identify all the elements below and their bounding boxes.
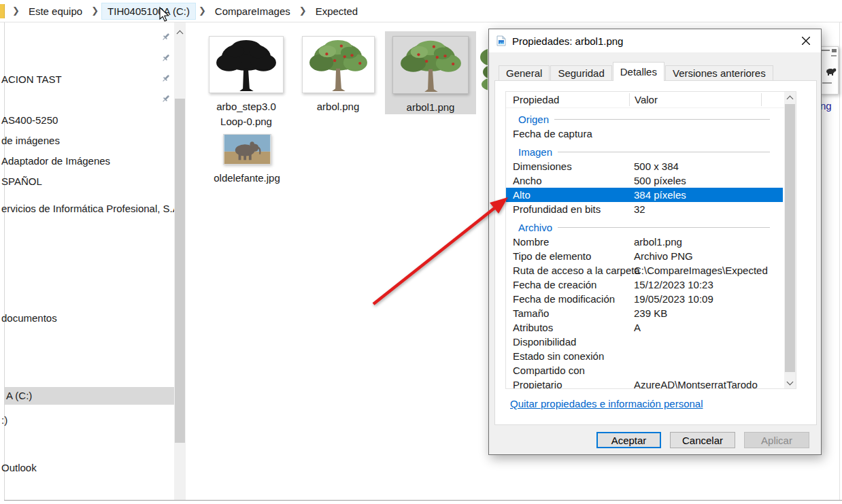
detail-value: 239 KB — [634, 307, 667, 319]
cancelar-button[interactable]: Cancelar — [670, 432, 735, 448]
sidebar-item[interactable]: AS400-5250 — [1, 112, 58, 129]
pin-icon[interactable] — [161, 31, 171, 42]
sidebar-item[interactable]: :) — [1, 412, 7, 429]
file-oldelefante[interactable]: oldelefante.jpg — [213, 134, 281, 186]
pin-icon[interactable] — [161, 93, 171, 104]
detail-row[interactable]: Fecha de modificación19/05/2023 10:09 — [506, 292, 796, 306]
window-right-border — [839, 22, 840, 500]
sidebar-scrollbar[interactable] — [174, 22, 186, 500]
detail-label: Estado sin conexión — [513, 350, 634, 362]
tab-seguridad[interactable]: Seguridad — [550, 65, 611, 81]
detail-row[interactable]: Compartido con — [506, 363, 796, 377]
detail-label: Atributos — [513, 322, 634, 333]
column-header-property[interactable]: Propiedad — [506, 94, 629, 105]
tree-thumbnail — [302, 36, 375, 93]
close-icon[interactable] — [790, 29, 821, 52]
detail-row[interactable]: Tipo de elementoArchivo PNG — [506, 249, 796, 263]
breadcrumb-item-compareimages[interactable]: CompareImages — [209, 3, 297, 20]
breadcrumb-item-expected[interactable]: Expected — [309, 3, 365, 20]
details-list[interactable]: Propiedad Valor Origen Fecha de captura … — [505, 91, 796, 389]
sidebar-item[interactable]: Adaptador de Imágenes — [1, 153, 110, 169]
detail-row[interactable]: PropietarioAzureAD\MontserratTarodo — [506, 377, 796, 389]
image-file-icon — [496, 35, 507, 46]
detail-value: 500 x 384 — [634, 161, 679, 172]
chevron-right-icon: ❯ — [88, 5, 101, 16]
detail-row[interactable]: Fecha de captura — [506, 127, 796, 141]
detail-group-imagen: Imagen — [506, 141, 796, 159]
tab-strip: General Seguridad Detalles Versiones ant… — [499, 62, 774, 81]
detail-value: 19/05/2023 10:09 — [634, 293, 713, 305]
sidebar-item[interactable]: ervicios de Informática Profesional, S.A — [1, 201, 180, 217]
pin-icon[interactable] — [161, 73, 171, 84]
sidebar-item[interactable]: documentos — [1, 310, 57, 326]
detail-row[interactable]: Profundidad en bits32 — [506, 202, 796, 216]
detail-label: Alto — [513, 189, 634, 201]
details-tab-page: Propiedad Valor Origen Fecha de captura … — [494, 80, 817, 425]
detail-row-selected[interactable]: Alto384 píxeles — [506, 188, 783, 202]
detail-label: Fecha de creación — [513, 279, 634, 290]
detail-label: Propietario — [513, 379, 634, 389]
scrollbar-thumb[interactable] — [175, 99, 185, 443]
tab-detalles[interactable]: Detalles — [613, 62, 664, 81]
detail-value: Archivo PNG — [634, 250, 693, 262]
dialog-buttons: Aceptar Cancelar Aplicar — [596, 432, 809, 448]
sidebar-item[interactable]: ACION TAST — [1, 71, 62, 88]
detail-row[interactable]: Disponibilidad — [506, 335, 796, 349]
file-arbo-step3[interactable]: arbo_step3.0 Loop-0.png — [205, 36, 287, 129]
file-label: oldelefante.jpg — [213, 171, 281, 186]
scroll-up-icon[interactable] — [174, 27, 186, 38]
tab-general[interactable]: General — [499, 65, 550, 81]
remove-properties-link[interactable]: Quitar propiedades e información persona… — [510, 398, 703, 409]
column-divider[interactable] — [629, 93, 630, 106]
breadcrumb-item-drive-c[interactable]: TIH0405100A (C:) — [101, 3, 196, 20]
tab-versiones-anteriores[interactable]: Versiones anteriores — [665, 65, 773, 81]
detail-row[interactable]: Tamaño239 KB — [506, 306, 796, 320]
detail-row[interactable]: Ancho500 píxeles — [506, 173, 796, 188]
folder-icon — [0, 4, 5, 18]
detail-row[interactable]: Dimensiones500 x 384 — [506, 159, 796, 173]
file-label: arbo_step3.0 Loop-0.png — [205, 99, 287, 129]
sidebar-item-selected[interactable]: A (C:) — [5, 387, 174, 405]
details-scrollbar[interactable] — [784, 92, 796, 388]
detail-label: Fecha de modificación — [513, 293, 634, 305]
file-arbol1-selected[interactable]: arbol1.png — [385, 31, 476, 114]
scroll-up-icon[interactable] — [784, 92, 796, 103]
aceptar-button[interactable]: Aceptar — [596, 432, 661, 448]
detail-label: Dimensiones — [513, 161, 634, 172]
file-arbol[interactable]: arbol.png — [299, 36, 377, 114]
detail-row[interactable]: Ruta de acceso a la carpetaC:\CompareIma… — [506, 263, 796, 278]
detail-group-origen: Origen — [506, 108, 796, 127]
tree-silhouette-thumbnail — [209, 36, 284, 93]
detail-row[interactable]: Fecha de creación15/12/2023 10:23 — [506, 278, 796, 292]
elephant-thumbnail — [223, 134, 271, 165]
chevron-right-icon: ❯ — [297, 5, 309, 16]
details-list-header[interactable]: Propiedad Valor — [506, 92, 796, 108]
sidebar-item[interactable]: de imágenes — [1, 133, 60, 149]
detail-row[interactable]: Nombrearbol1.png — [506, 235, 796, 249]
chevron-right-icon: ❯ — [10, 5, 22, 16]
breadcrumb-item-este-equipo[interactable]: Este equipo — [22, 3, 88, 20]
scrollbar-thumb[interactable] — [785, 104, 795, 372]
sidebar-item[interactable]: Outlook — [1, 460, 37, 476]
tree-thumbnail — [392, 36, 469, 94]
detail-row[interactable]: Estado sin conexión — [506, 349, 796, 363]
window-bottom-border — [4, 500, 842, 501]
detail-label: Tipo de elemento — [513, 250, 634, 262]
column-header-value[interactable]: Valor — [629, 94, 658, 105]
detail-row[interactable]: AtributosA — [506, 320, 796, 335]
detail-value: C:\CompareImages\Expected — [634, 265, 768, 276]
detail-value: AzureAD\MontserratTarodo — [634, 379, 758, 389]
aplicar-button: Aplicar — [744, 432, 809, 448]
detail-value: 32 — [634, 203, 645, 215]
dialog-titlebar[interactable]: Propiedades: arbol1.png — [489, 29, 821, 52]
detail-label: Ancho — [513, 175, 634, 186]
address-bar[interactable]: ❯ Este equipo ❯ TIH0405100A (C:) ❯ Compa… — [0, 0, 842, 22]
breadcrumb: ❯ Este equipo ❯ TIH0405100A (C:) ❯ Compa… — [0, 3, 364, 20]
detail-value: A — [634, 322, 641, 333]
sidebar-item[interactable]: SPAÑOL — [1, 173, 42, 190]
pin-icon[interactable] — [161, 52, 171, 63]
column-divider[interactable] — [761, 93, 762, 106]
scroll-down-icon[interactable] — [784, 377, 796, 388]
detail-label: Disponibilidad — [513, 336, 634, 348]
detail-label: Ruta de acceso a la carpeta — [513, 265, 634, 276]
